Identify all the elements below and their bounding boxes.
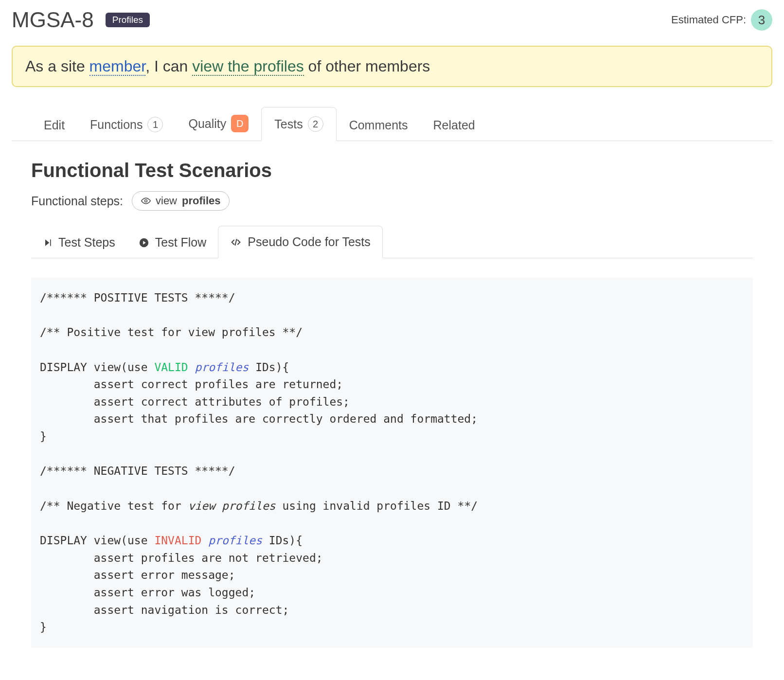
step-chip-noun: profiles [182, 195, 220, 207]
tab-functions-label: Functions [90, 118, 143, 132]
code-comment-italic: view profiles [188, 500, 276, 512]
eye-icon [141, 196, 151, 206]
subtab-test-flow[interactable]: Test Flow [127, 227, 218, 258]
code-line: /** Positive test for view profiles **/ [40, 326, 303, 339]
functional-steps-row: Functional steps: view profiles [31, 191, 772, 211]
header-right: Estimated CFP: 3 [671, 9, 772, 31]
user-story-banner: As a site member, I can view the profile… [12, 46, 772, 87]
tab-edit[interactable]: Edit [31, 109, 77, 141]
subtabs: Test Steps Test Flow Pseudo Code for Tes… [31, 225, 753, 258]
code-keyword-invalid: INVALID [154, 534, 201, 547]
story-text-prefix: As a site [25, 57, 89, 75]
subtab-test-steps-label: Test Steps [58, 235, 115, 250]
subtab-pseudo-code[interactable]: Pseudo Code for Tests [218, 226, 382, 258]
code-line: assert navigation is correct; [40, 604, 289, 616]
code-icon [230, 237, 242, 247]
step-chip-verb: view [156, 195, 177, 207]
cfp-label: Estimated CFP: [671, 14, 746, 26]
page-header: MGSA-8 Profiles Estimated CFP: 3 [12, 8, 772, 32]
tab-related[interactable]: Related [421, 109, 488, 141]
tab-functions[interactable]: Functions 1 [77, 108, 176, 141]
code-line: assert correct profiles are returned; [40, 378, 343, 391]
code-line: /****** NEGATIVE TESTS *****/ [40, 465, 235, 477]
code-line: assert error message; [40, 569, 235, 581]
tests-count: 2 [308, 116, 323, 132]
svg-point-0 [145, 200, 147, 202]
tab-edit-label: Edit [44, 118, 65, 132]
main-tabs: Edit Functions 1 Quality D Tests 2 Comme… [12, 106, 772, 141]
header-left: MGSA-8 Profiles [12, 8, 150, 32]
tab-tests[interactable]: Tests 2 [261, 107, 336, 141]
section-title: Functional Test Scenarios [31, 160, 772, 181]
code-line: /** Negative test for view profiles usin… [40, 500, 478, 512]
code-line: assert profiles are not retrieved; [40, 552, 323, 564]
skip-icon [43, 238, 53, 248]
tab-comments-label: Comments [349, 118, 408, 132]
functional-steps-label: Functional steps: [31, 194, 123, 208]
code-line: DISPLAY view(use VALID profiles IDs){ [40, 361, 289, 374]
code-line: assert that profiles are correctly order… [40, 412, 478, 425]
functions-count: 1 [147, 117, 163, 132]
tab-quality-label: Quality [188, 117, 226, 131]
code-line: assert correct attributes of profiles; [40, 395, 350, 408]
tab-quality[interactable]: Quality D [176, 106, 261, 141]
arrow-circle-icon [139, 237, 149, 248]
story-text-suffix: of other members [304, 57, 430, 75]
subtab-pseudo-code-label: Pseudo Code for Tests [248, 235, 370, 249]
tab-tests-label: Tests [274, 117, 303, 131]
code-keyword-valid: VALID [154, 361, 188, 374]
subtab-test-steps[interactable]: Test Steps [31, 227, 127, 258]
profiles-tag[interactable]: Profiles [106, 13, 150, 27]
code-line: } [40, 430, 47, 443]
subtab-test-flow-label: Test Flow [155, 235, 207, 250]
code-line: /****** POSITIVE TESTS *****/ [40, 291, 235, 304]
story-action-link[interactable]: view the profiles [192, 57, 303, 76]
tab-related-label: Related [433, 118, 475, 132]
code-line: } [40, 621, 47, 633]
ticket-id: MGSA-8 [12, 8, 94, 32]
story-member-link[interactable]: member [89, 57, 146, 76]
code-profiles-italic: profiles [195, 361, 249, 374]
step-chip-view-profiles[interactable]: view profiles [132, 191, 230, 211]
story-text-mid: , I can [145, 57, 192, 75]
tab-comments[interactable]: Comments [337, 109, 421, 141]
pseudo-code-block: /****** POSITIVE TESTS *****/ /** Positi… [31, 278, 753, 648]
quality-grade-badge: D [231, 115, 249, 132]
code-line: assert error was logged; [40, 586, 255, 599]
cfp-value: 3 [751, 9, 772, 31]
code-line: DISPLAY view(use INVALID profiles IDs){ [40, 534, 303, 547]
code-profiles-italic: profiles [208, 534, 262, 547]
